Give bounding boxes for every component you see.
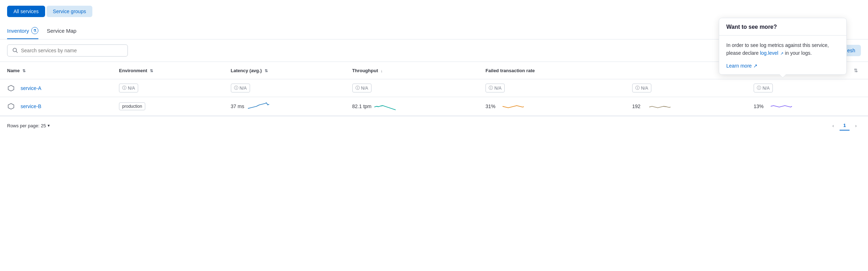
- th-environment: Environment ⇅: [112, 62, 223, 79]
- svg-marker-3: [8, 103, 14, 109]
- th-throughput: Throughput ↓: [345, 62, 478, 79]
- sub-tab-service-map[interactable]: Service Map: [47, 23, 76, 39]
- popover-text: In order to see log metrics against this…: [726, 41, 839, 57]
- failedtx-b-metric: 31%: [485, 101, 618, 111]
- throughput-b-sparkline: [374, 101, 396, 111]
- search-icon: [12, 48, 18, 53]
- info-icon-a-tp: ⓘ: [356, 85, 360, 91]
- page-1-btn[interactable]: 1: [840, 121, 850, 131]
- flask-icon: ⚗: [31, 27, 38, 34]
- th-latency: Latency (avg.) ⇅: [224, 62, 345, 79]
- tab-all-services[interactable]: All services: [7, 6, 45, 17]
- col6-a-badge: ⓘ N/A: [754, 84, 773, 92]
- service-a-name-cell: service-A: [7, 84, 105, 92]
- cell-failedtx-a: ⓘ N/A: [478, 79, 625, 97]
- rows-per-page-chevron: ▾: [48, 123, 50, 128]
- tab-service-groups[interactable]: Service groups: [47, 6, 92, 17]
- col5-b-value: 192: [632, 103, 646, 109]
- cell-col6-a: ⓘ N/A: [747, 79, 868, 97]
- popover-body2: in your logs.: [783, 50, 812, 56]
- inventory-label: Inventory: [7, 28, 29, 34]
- throughput-a-badge: ⓘ N/A: [352, 84, 371, 92]
- col5-b-metric: 192: [632, 101, 739, 111]
- th-failed-tx: Failed transaction rate: [478, 62, 625, 79]
- service-a-icon: [7, 84, 15, 92]
- learn-more-link[interactable]: Learn more ↗: [726, 63, 758, 69]
- next-page-btn[interactable]: ›: [851, 121, 861, 131]
- external-link-icon: ↗: [780, 51, 783, 57]
- latency-a-badge: ⓘ N/A: [231, 84, 250, 92]
- throughput-sort-icon[interactable]: ↓: [381, 69, 383, 73]
- th-env-label: Environment: [119, 68, 147, 73]
- cell-throughput-b: 82.1 tpm: [345, 97, 478, 116]
- info-icon-a-env: ⓘ: [122, 85, 126, 91]
- env-sort-icon[interactable]: ⇅: [150, 69, 153, 73]
- rows-per-page-value: 25: [41, 123, 46, 128]
- learn-more-label: Learn more: [726, 63, 752, 69]
- cell-col5-b: 192: [625, 97, 747, 116]
- th-failed-tx-label: Failed transaction rate: [485, 68, 535, 73]
- throughput-b-value: 82.1 tpm: [352, 103, 371, 109]
- cell-failedtx-b: 31%: [478, 97, 625, 116]
- th-throughput-label: Throughput: [352, 68, 378, 73]
- popover: Want to see more? In order to see log me…: [719, 18, 847, 75]
- failedtx-b-value: 31%: [485, 103, 500, 109]
- svg-marker-2: [8, 85, 14, 91]
- service-b-name-cell: service-B: [7, 102, 105, 110]
- service-map-label: Service Map: [47, 28, 76, 34]
- th-name-label: Name: [7, 68, 20, 73]
- search-input[interactable]: [21, 48, 123, 53]
- cell-env-a: ⓘ N/A: [112, 79, 223, 97]
- latency-b-metric: 37 ms: [231, 101, 338, 111]
- sub-tab-inventory[interactable]: Inventory ⚗: [7, 23, 38, 39]
- info-icon-a-c5: ⓘ: [635, 85, 640, 91]
- throughput-b-metric: 82.1 tpm: [352, 101, 471, 111]
- cell-col6-b: 13%: [747, 97, 868, 116]
- service-b-link[interactable]: service-B: [21, 103, 41, 109]
- learn-more-external-icon: ↗: [753, 63, 758, 69]
- rows-per-page[interactable]: Rows per page: 25 ▾: [7, 123, 50, 128]
- log-level-link[interactable]: log.level ↗: [760, 50, 783, 56]
- col6-b-metric: 13%: [754, 101, 861, 111]
- col5-a-badge: ⓘ N/A: [632, 84, 651, 92]
- info-icon-a-lat: ⓘ: [234, 85, 238, 91]
- name-sort-icon[interactable]: ⇅: [22, 69, 26, 73]
- prev-page-btn[interactable]: ‹: [828, 121, 838, 131]
- col6-b-value: 13%: [754, 103, 768, 109]
- popover-header: Want to see more?: [719, 18, 846, 36]
- service-a-link[interactable]: service-A: [21, 85, 41, 91]
- cell-name-b: service-B: [0, 97, 112, 116]
- cell-name-a: service-A: [0, 79, 112, 97]
- col6-b-sparkline: [771, 101, 792, 111]
- popover-body: In order to see log metrics against this…: [719, 36, 846, 74]
- cell-col5-a: ⓘ N/A: [625, 79, 747, 97]
- cell-env-b: production: [112, 97, 223, 116]
- table-row: service-B production 37 ms: [0, 97, 868, 116]
- env-a-badge: ⓘ N/A: [119, 84, 138, 92]
- table-row: service-A ⓘ N/A ⓘ N/A: [0, 79, 868, 97]
- th-name: Name ⇅: [0, 62, 112, 79]
- service-b-icon: [7, 102, 15, 110]
- col5-b-sparkline: [649, 101, 671, 111]
- table-footer: Rows per page: 25 ▾ ‹ 1 ›: [0, 116, 868, 135]
- info-icon-a-ftx: ⓘ: [489, 85, 493, 91]
- env-b-badge: production: [119, 102, 145, 110]
- cell-latency-b: 37 ms: [224, 97, 345, 116]
- page-container: All services Service groups Inventory ⚗ …: [0, 0, 868, 271]
- settings-sort-icon-btn[interactable]: ⇅: [851, 65, 861, 75]
- th-latency-label: Latency (avg.): [231, 68, 262, 73]
- search-box[interactable]: [7, 44, 128, 57]
- popover-title: Want to see more?: [726, 24, 839, 30]
- failedtx-b-sparkline: [503, 101, 524, 111]
- latency-b-sparkline: [248, 101, 269, 111]
- rows-per-page-label: Rows per page:: [7, 123, 39, 128]
- latency-sort-icon[interactable]: ⇅: [265, 69, 268, 73]
- cell-throughput-a: ⓘ N/A: [345, 79, 478, 97]
- pagination: ‹ 1 ›: [828, 121, 861, 131]
- failedtx-a-badge: ⓘ N/A: [485, 84, 505, 92]
- svg-line-1: [16, 52, 18, 53]
- info-icon-a-c6: ⓘ: [757, 85, 761, 91]
- cell-latency-a: ⓘ N/A: [224, 79, 345, 97]
- latency-b-value: 37 ms: [231, 103, 245, 109]
